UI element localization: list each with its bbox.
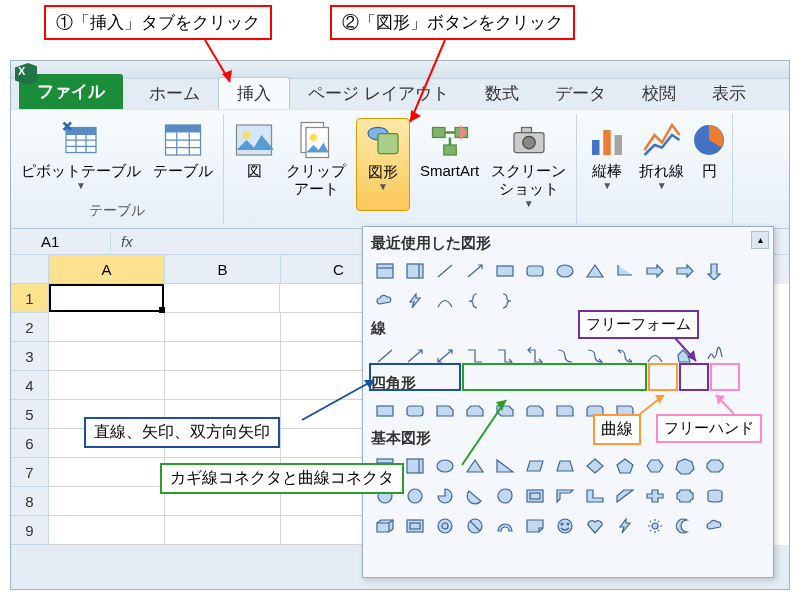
- row-header[interactable]: 9: [11, 516, 49, 545]
- shape-frame-icon[interactable]: [521, 483, 549, 509]
- shape-roundrect-icon[interactable]: [401, 398, 429, 424]
- shape-heart-icon[interactable]: [581, 513, 609, 539]
- shape-scribble-icon[interactable]: [701, 343, 729, 369]
- select-all-corner[interactable]: [11, 255, 49, 284]
- shape-curve-double-icon[interactable]: [611, 343, 639, 369]
- shape-line-doublearrow-icon[interactable]: [431, 343, 459, 369]
- shape-moon-icon[interactable]: [671, 513, 699, 539]
- shape-elbow-connector-icon[interactable]: [461, 343, 489, 369]
- shape-cube-icon[interactable]: [371, 513, 399, 539]
- row-header[interactable]: 6: [11, 429, 49, 458]
- row-header[interactable]: 4: [11, 371, 49, 400]
- shape-sniproundrect-icon[interactable]: [521, 398, 549, 424]
- shapes-button[interactable]: 図形 ▼: [356, 118, 410, 211]
- shape-ellipse-icon[interactable]: [551, 258, 579, 284]
- shape-rightarrow-icon[interactable]: [671, 258, 699, 284]
- cell[interactable]: [49, 516, 165, 545]
- cell[interactable]: [49, 342, 165, 371]
- shape-foldedcorner-icon[interactable]: [521, 513, 549, 539]
- shape-blockarc-icon[interactable]: [491, 513, 519, 539]
- shape-sun-icon[interactable]: [641, 513, 669, 539]
- shape-smiley-icon[interactable]: [551, 513, 579, 539]
- shape-cloud-icon[interactable]: [371, 288, 399, 314]
- shape-round1-icon[interactable]: [551, 398, 579, 424]
- shape-arc-icon[interactable]: [431, 288, 459, 314]
- shape-elbow-icon[interactable]: [611, 258, 639, 284]
- shape-elbow-double-icon[interactable]: [521, 343, 549, 369]
- shape-hexagon-icon[interactable]: [641, 453, 669, 479]
- row-header[interactable]: 7: [11, 458, 49, 487]
- shape-line-icon[interactable]: [431, 258, 459, 284]
- tab-view[interactable]: 表示: [694, 78, 764, 109]
- cell[interactable]: [49, 313, 165, 342]
- shape-parallelogram-icon[interactable]: [521, 453, 549, 479]
- shape-ellipse-icon[interactable]: [431, 453, 459, 479]
- shape-teardrop-icon[interactable]: [491, 483, 519, 509]
- shape-brace-l-icon[interactable]: [461, 288, 489, 314]
- row-header[interactable]: 5: [11, 400, 49, 429]
- table-button[interactable]: テーブル: [151, 118, 215, 193]
- shape-chord-icon[interactable]: [461, 483, 489, 509]
- shape-lightning-icon[interactable]: [611, 513, 639, 539]
- line-chart-button[interactable]: 折れ線 ▼: [637, 118, 686, 193]
- clipart-button[interactable]: クリップ アート: [284, 118, 348, 211]
- shape-textbox-icon[interactable]: [371, 258, 399, 284]
- shape-donut-icon[interactable]: [431, 513, 459, 539]
- shape-pie-icon[interactable]: [431, 483, 459, 509]
- shape-can-icon[interactable]: [701, 483, 729, 509]
- shape-downarrow-icon[interactable]: [701, 258, 729, 284]
- shape-plaque-icon[interactable]: [671, 483, 699, 509]
- col-header[interactable]: B: [165, 255, 281, 284]
- shape-line-arrow-icon[interactable]: [401, 343, 429, 369]
- shape-triangle-icon[interactable]: [581, 258, 609, 284]
- cell[interactable]: [165, 371, 281, 400]
- cell[interactable]: [165, 342, 281, 371]
- fx-icon[interactable]: fx: [111, 233, 143, 250]
- row-header[interactable]: 2: [11, 313, 49, 342]
- shape-vtextbox-icon[interactable]: [401, 258, 429, 284]
- tab-data[interactable]: データ: [537, 78, 624, 109]
- shape-cross-icon[interactable]: [641, 483, 669, 509]
- cell[interactable]: [164, 284, 280, 313]
- col-header[interactable]: A: [49, 255, 165, 284]
- row-header[interactable]: 1: [11, 284, 49, 313]
- pivot-table-button[interactable]: ピボットテーブル ▼: [19, 118, 143, 193]
- shape-brace-r-icon[interactable]: [491, 288, 519, 314]
- shape-dodecagon-icon[interactable]: [401, 483, 429, 509]
- shape-arrow-fat-icon[interactable]: [641, 258, 669, 284]
- cell-a1[interactable]: [49, 284, 164, 312]
- row-header[interactable]: 3: [11, 342, 49, 371]
- cell[interactable]: [49, 458, 165, 487]
- name-box[interactable]: A1: [11, 233, 111, 250]
- shape-pentagon-icon[interactable]: [611, 453, 639, 479]
- shape-octagon-icon[interactable]: [701, 453, 729, 479]
- shape-snip1-icon[interactable]: [431, 398, 459, 424]
- shape-lshape-icon[interactable]: [581, 483, 609, 509]
- shape-rect-icon[interactable]: [491, 258, 519, 284]
- shape-diagstripe-icon[interactable]: [611, 483, 639, 509]
- shape-curve-arrow-icon[interactable]: [581, 343, 609, 369]
- shape-halfframe-icon[interactable]: [551, 483, 579, 509]
- cell[interactable]: [165, 516, 281, 545]
- shape-curve-connector-icon[interactable]: [551, 343, 579, 369]
- shape-heptagon-icon[interactable]: [671, 453, 699, 479]
- shape-cloud-icon[interactable]: [701, 513, 729, 539]
- shape-diamond-icon[interactable]: [581, 453, 609, 479]
- shape-curve-icon[interactable]: [641, 343, 669, 369]
- shape-arrow-icon[interactable]: [461, 258, 489, 284]
- tab-formula[interactable]: 数式: [467, 78, 537, 109]
- shape-lightning-icon[interactable]: [401, 288, 429, 314]
- pie-chart-button[interactable]: 円: [694, 118, 724, 193]
- screenshot-button[interactable]: スクリーン ショット ▼: [489, 118, 568, 211]
- shape-vtextbox-icon[interactable]: [401, 453, 429, 479]
- shape-roundrect-icon[interactable]: [521, 258, 549, 284]
- cell[interactable]: [49, 371, 165, 400]
- shape-line-icon[interactable]: [371, 343, 399, 369]
- shape-noentry-icon[interactable]: [461, 513, 489, 539]
- column-chart-button[interactable]: 縦棒 ▼: [585, 118, 629, 193]
- shape-elbow-arrow-icon[interactable]: [491, 343, 519, 369]
- scroll-up-button[interactable]: ▴: [751, 231, 769, 249]
- picture-button[interactable]: 図: [232, 118, 276, 211]
- smartart-button[interactable]: SmartArt: [418, 118, 481, 211]
- shape-trapezoid-icon[interactable]: [551, 453, 579, 479]
